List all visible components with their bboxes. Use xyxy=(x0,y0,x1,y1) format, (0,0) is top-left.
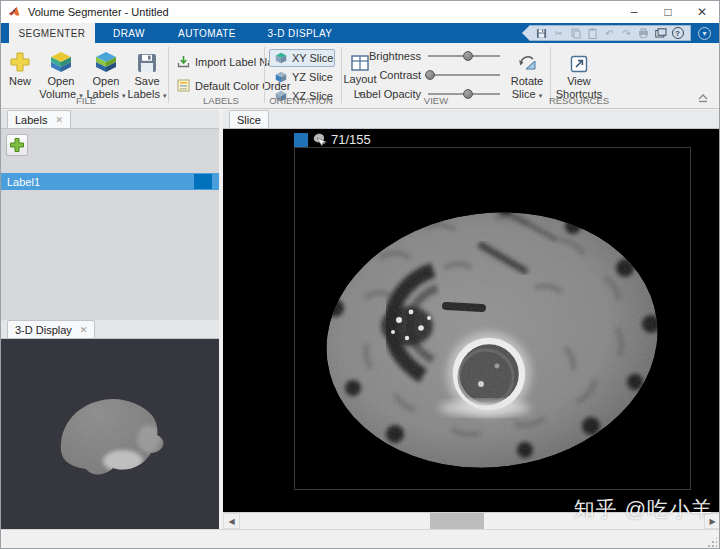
slice-axes[interactable] xyxy=(294,147,691,490)
scrollbar-thumb[interactable] xyxy=(430,513,484,529)
view-section-label: VIEW xyxy=(391,95,481,106)
add-label-button[interactable] xyxy=(6,134,28,156)
contrast-slider[interactable] xyxy=(428,74,500,76)
undo-icon: ↶ xyxy=(602,27,617,40)
toolstrip-options-icon[interactable]: ▾ xyxy=(698,27,711,40)
scroll-left-icon[interactable]: ◀ xyxy=(223,513,240,529)
save-labels-button[interactable]: SaveLabels ▾ xyxy=(127,47,167,102)
open-volume-button[interactable]: OpenVolume ▾ xyxy=(39,47,83,102)
title-bar: Volume Segmenter - Untitled – □ ✕ xyxy=(1,1,719,23)
tab-labels-panel[interactable]: Labels ✕ xyxy=(7,110,71,128)
new-button[interactable]: New xyxy=(5,47,35,88)
print-icon xyxy=(636,27,651,40)
chevron-down-icon: ▾ xyxy=(163,92,167,99)
resize-grip[interactable] xyxy=(707,538,717,548)
help-icon[interactable]: ? xyxy=(670,27,685,40)
label-name: Label1 xyxy=(7,176,40,188)
slice-indicator: 71/155 xyxy=(294,132,371,147)
xy-slice-button[interactable]: XY Slice xyxy=(269,49,335,67)
view-shortcuts-icon xyxy=(553,47,605,73)
redo-icon: ↷ xyxy=(619,27,634,40)
app-window: Volume Segmenter - Untitled – □ ✕ SEGMEN… xyxy=(0,0,720,549)
tab-3d-display-panel[interactable]: 3-D Display ✕ xyxy=(7,320,95,338)
tab-segmenter[interactable]: SEGMENTER xyxy=(9,23,95,43)
close-button[interactable]: ✕ xyxy=(685,1,719,23)
slice-indicator-color xyxy=(294,133,308,147)
brain-mri-slice xyxy=(295,148,692,491)
slice-panel-column: Slice 71/155 xyxy=(223,110,720,529)
tab-slice-panel[interactable]: Slice xyxy=(229,110,269,128)
label-list-item[interactable]: Label1 xyxy=(1,173,219,190)
rotate-slice-icon xyxy=(507,47,547,73)
import-icon xyxy=(177,55,190,68)
orientation-section-label: ORIENTATION xyxy=(261,95,341,106)
rotate-slice-button[interactable]: RotateSlice ▾ xyxy=(507,47,547,102)
window-layout-icon[interactable] xyxy=(653,27,668,40)
yz-slice-button[interactable]: YZ Slice xyxy=(269,68,335,86)
contrast-slider-thumb[interactable] xyxy=(425,70,435,80)
open-labels-icon xyxy=(85,47,127,73)
3d-display-viewport[interactable] xyxy=(1,339,219,529)
labels-panel: Label1 xyxy=(1,129,219,320)
collapse-ribbon-icon[interactable] xyxy=(697,93,709,105)
close-icon[interactable]: ✕ xyxy=(55,115,63,125)
resources-section-label: RESOURCES xyxy=(546,95,612,106)
left-panel-column: Labels ✕ Label1 3-D Display ✕ xyxy=(1,110,219,529)
toolstrip-tab-bar: SEGMENTER DRAW AUTOMATE 3-D DISPLAY ✂ ↶ … xyxy=(1,23,719,43)
chevron-down-icon: ▾ xyxy=(539,92,543,99)
tab-3d-display[interactable]: 3-D DISPLAY xyxy=(251,23,349,43)
contrast-label: Contrast xyxy=(356,69,428,81)
status-bar xyxy=(1,529,719,549)
tab-automate[interactable]: AUTOMATE xyxy=(163,23,251,43)
color-order-icon xyxy=(177,79,190,92)
copy-icon xyxy=(568,27,583,40)
slice-viewport[interactable]: 71/155 xyxy=(223,129,720,512)
window-title: Volume Segmenter - Untitled xyxy=(28,6,169,18)
label-color-swatch[interactable] xyxy=(194,174,212,189)
yz-cube-icon xyxy=(274,70,288,84)
view-shortcuts-button[interactable]: ViewShortcuts xyxy=(553,47,605,101)
xy-cube-icon xyxy=(274,51,288,65)
brightness-slider-thumb[interactable] xyxy=(463,51,473,61)
cut-icon: ✂ xyxy=(551,27,566,40)
maximize-button[interactable]: □ xyxy=(651,1,685,23)
brightness-slider[interactable] xyxy=(428,55,500,57)
matlab-logo-icon xyxy=(8,5,22,19)
save-labels-icon xyxy=(127,47,167,73)
quick-access-toolbar: ✂ ↶ ↷ ? xyxy=(522,25,691,41)
ribbon-toolbar: New OpenVolume ▾ OpenLabels ▾ SaveLabels… xyxy=(1,43,719,109)
display3d-panel-tab-bar: 3-D Display ✕ xyxy=(1,320,219,339)
slice-number: 71/155 xyxy=(331,132,371,147)
open-volume-icon xyxy=(39,47,83,73)
file-section-label: FILE xyxy=(41,95,131,106)
paste-icon xyxy=(585,27,600,40)
slice-panel-tab-bar: Slice xyxy=(223,110,720,129)
save-icon[interactable] xyxy=(534,27,549,40)
new-icon xyxy=(5,47,35,73)
close-icon[interactable]: ✕ xyxy=(80,325,88,335)
3d-brain-render xyxy=(1,339,219,529)
tab-draw[interactable]: DRAW xyxy=(95,23,163,43)
brightness-label: Brightness xyxy=(356,50,428,62)
minimize-button[interactable]: – xyxy=(617,1,651,23)
plus-icon xyxy=(9,137,25,153)
watermark: 知乎 @吃小羊 xyxy=(574,495,713,523)
open-labels-button[interactable]: OpenLabels ▾ xyxy=(85,47,127,102)
labels-section-label: LABELS xyxy=(177,95,265,106)
labels-panel-tab-bar: Labels ✕ xyxy=(1,110,219,129)
pin-cursor-icon xyxy=(310,132,328,147)
